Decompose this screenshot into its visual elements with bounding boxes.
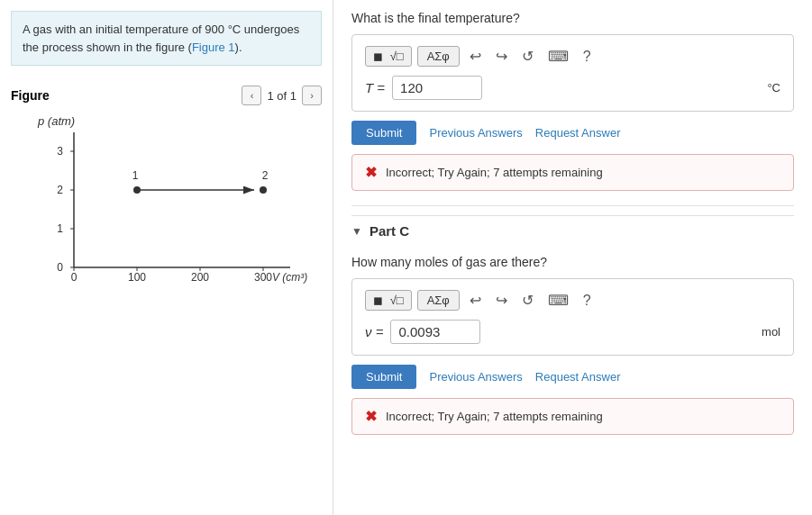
problem-text-end: ). (235, 41, 242, 54)
right-panel: What is the final temperature? ◼ √□ ΑΣφ … (333, 0, 812, 515)
graph-svg: p (atm) 0 1 2 3 0 10 (29, 114, 308, 312)
problem-text: A gas with an initial temperature of 900… (23, 23, 299, 54)
partC-format-btn[interactable]: ◼ √□ (365, 290, 412, 311)
partC-redo-btn[interactable]: ↪ (491, 290, 512, 311)
point1-label: 1 (132, 169, 139, 182)
nav-counter: 1 of 1 (267, 89, 297, 103)
figure-nav: ‹ 1 of 1 › (242, 86, 322, 105)
partC-unit: mol (762, 325, 780, 339)
x-axis-label: V (cm³) (272, 271, 307, 284)
partC-keyboard-btn[interactable]: ⌨ (543, 290, 573, 311)
partC-error-box: ✖ Incorrect; Try Again; 7 attempts remai… (351, 398, 794, 435)
partC-input-row: ν = mol (365, 320, 780, 344)
partB-help-btn[interactable]: ? (579, 47, 596, 67)
partB-error-text: Incorrect; Try Again; 7 attempts remaini… (386, 166, 603, 179)
partC-help-btn[interactable]: ? (579, 291, 596, 311)
partB-undo-btn[interactable]: ↩ (465, 46, 486, 67)
figure-header: Figure ‹ 1 of 1 › (11, 86, 322, 105)
partB-action-row: Submit Previous Answers Request Answer (351, 121, 794, 145)
partC-reset-btn[interactable]: ↺ (517, 290, 538, 311)
partB-error-box: ✖ Incorrect; Try Again; 7 attempts remai… (351, 154, 794, 191)
partC-error-icon: ✖ (365, 408, 377, 425)
partC-request-answer-link[interactable]: Request Answer (535, 370, 621, 384)
partC-prev-answers-link[interactable]: Previous Answers (429, 370, 522, 384)
graph-point2 (260, 186, 267, 194)
partB-unit: °C (767, 81, 780, 95)
partC-question: How many moles of gas are there? (351, 255, 794, 269)
partB-answer-box: ◼ √□ ΑΣφ ↩ ↪ ↺ ⌨ ? T = °C (351, 34, 794, 112)
point2-label: 2 (262, 169, 269, 182)
y-axis-label: p (atm) (37, 114, 75, 128)
partB-input[interactable] (392, 76, 482, 100)
partB-symbol-btn[interactable]: ΑΣφ (417, 46, 460, 67)
partC-submit-btn[interactable]: Submit (351, 365, 416, 389)
svg-text:1: 1 (57, 222, 63, 235)
partC-label: Part C (370, 223, 409, 239)
svg-text:3: 3 (57, 145, 63, 158)
partB-redo-btn[interactable]: ↪ (491, 46, 512, 67)
partC-symbol-btn[interactable]: ΑΣφ (417, 290, 460, 311)
partB-prev-answers-link[interactable]: Previous Answers (429, 126, 522, 140)
problem-statement: A gas with an initial temperature of 900… (11, 11, 322, 66)
svg-text:100: 100 (128, 271, 146, 284)
partB-error-icon: ✖ (365, 164, 377, 181)
partB-format-btn[interactable]: ◼ √□ (365, 46, 412, 67)
partC-collapse-arrow[interactable]: ▼ (351, 225, 362, 238)
graph-container: p (atm) 0 1 2 3 0 10 (11, 114, 322, 315)
figure-section: Figure ‹ 1 of 1 › p (atm) 0 1 (0, 77, 333, 515)
nav-next-button[interactable]: › (302, 86, 322, 105)
partB-question: What is the final temperature? (351, 11, 794, 25)
partC-error-text: Incorrect; Try Again; 7 attempts remaini… (386, 410, 603, 423)
partC-input[interactable] (390, 320, 480, 344)
partB-submit-btn[interactable]: Submit (351, 121, 416, 145)
figure-link[interactable]: Figure 1 (192, 41, 235, 54)
partC-header: ▼ Part C (351, 215, 794, 246)
partB-toolbar: ◼ √□ ΑΣφ ↩ ↪ ↺ ⌨ ? (365, 46, 780, 67)
partC-undo-btn[interactable]: ↩ (465, 290, 486, 311)
svg-text:200: 200 (191, 271, 209, 284)
svg-text:300: 300 (254, 271, 272, 284)
figure-title: Figure (11, 88, 50, 103)
partB-input-label: T = (365, 80, 385, 95)
partB-input-row: T = °C (365, 76, 780, 100)
partB-keyboard-btn[interactable]: ⌨ (543, 46, 573, 67)
svg-text:2: 2 (57, 184, 63, 196)
partB-reset-btn[interactable]: ↺ (517, 46, 538, 67)
partC-action-row: Submit Previous Answers Request Answer (351, 365, 794, 389)
partC-format-icon: ◼ (373, 294, 383, 307)
partC-toolbar: ◼ √□ ΑΣφ ↩ ↪ ↺ ⌨ ? (365, 290, 780, 311)
partC-answer-box: ◼ √□ ΑΣφ ↩ ↪ ↺ ⌨ ? ν = mol (351, 278, 794, 356)
separator (351, 205, 794, 206)
partB-request-answer-link[interactable]: Request Answer (535, 126, 621, 140)
svg-text:0: 0 (57, 261, 63, 274)
partC-input-label: ν = (365, 324, 383, 339)
nav-prev-button[interactable]: ‹ (242, 86, 261, 105)
svg-text:0: 0 (71, 271, 78, 284)
format-icon: ◼ (373, 50, 383, 63)
